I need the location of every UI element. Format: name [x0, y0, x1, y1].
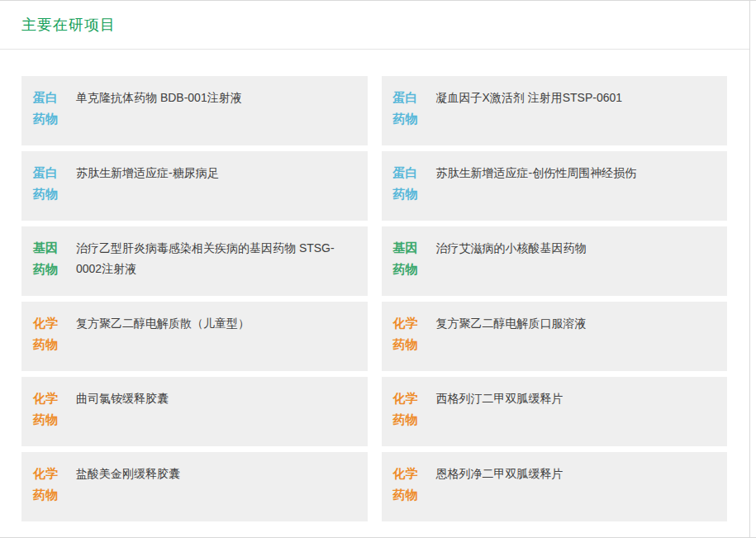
project-category-label: 化学药物	[393, 463, 421, 506]
project-card: 化学药物 西格列汀二甲双胍缓释片	[382, 377, 728, 446]
project-category-label: 蛋白药物	[393, 162, 421, 205]
project-card: 化学药物 复方聚乙二醇电解质散（儿童型）	[21, 302, 368, 371]
project-name: 单克隆抗体药物 BDB-001注射液	[76, 87, 242, 108]
project-name: 西格列汀二甲双胍缓释片	[436, 388, 563, 409]
project-category-label: 基因药物	[33, 237, 61, 280]
project-name: 复方聚乙二醇电解质散（儿童型）	[76, 312, 250, 334]
project-name: 凝血因子X激活剂 注射用STSP-0601	[436, 87, 623, 108]
project-card: 蛋白药物 单克隆抗体药物 BDB-001注射液	[21, 76, 368, 145]
project-name: 恩格列净二甲双胍缓释片	[436, 463, 563, 484]
project-card: 化学药物 盐酸美金刚缓释胶囊	[21, 452, 368, 521]
project-category-label: 蛋白药物	[393, 87, 421, 130]
project-card: 蛋白药物 苏肽生新增适应症-创伤性周围神经损伤	[382, 151, 728, 221]
project-name: 治疗乙型肝炎病毒感染相关疾病的基因药物 STSG-0002注射液	[76, 237, 359, 279]
project-card: 化学药物 曲司氯铵缓释胶囊	[21, 377, 368, 446]
project-card: 化学药物 恩格列净二甲双胍缓释片	[382, 452, 728, 521]
section-header: 主要在研项目	[0, 1, 749, 50]
page-title: 主要在研项目	[21, 15, 116, 35]
project-name: 苏肽生新增适应症-糖尿病足	[76, 162, 219, 183]
project-name: 曲司氯铵缓释胶囊	[76, 388, 169, 409]
projects-grid: 蛋白药物 单克隆抗体药物 BDB-001注射液 蛋白药物 凝血因子X激活剂 注射…	[21, 76, 727, 521]
project-card: 基因药物 治疗艾滋病的小核酸基因药物	[382, 226, 728, 296]
project-category-label: 化学药物	[33, 312, 61, 355]
project-name: 苏肽生新增适应症-创伤性周围神经损伤	[436, 162, 637, 183]
project-category-label: 化学药物	[33, 463, 61, 506]
project-card: 基因药物 治疗乙型肝炎病毒感染相关疾病的基因药物 STSG-0002注射液	[21, 226, 368, 296]
project-card: 蛋白药物 凝血因子X激活剂 注射用STSP-0601	[382, 76, 728, 145]
project-category-label: 化学药物	[393, 312, 421, 355]
page-container: 主要在研项目 蛋白药物 单克隆抗体药物 BDB-001注射液 蛋白药物 凝血因子…	[0, 0, 756, 538]
project-category-label: 基因药物	[393, 237, 421, 280]
content-panel: 主要在研项目 蛋白药物 单克隆抗体药物 BDB-001注射液 蛋白药物 凝血因子…	[0, 1, 750, 538]
project-category-label: 蛋白药物	[33, 162, 61, 205]
project-card: 蛋白药物 苏肽生新增适应症-糖尿病足	[21, 151, 368, 221]
project-category-label: 蛋白药物	[33, 87, 61, 130]
project-category-label: 化学药物	[33, 388, 61, 431]
project-name: 治疗艾滋病的小核酸基因药物	[436, 237, 587, 259]
project-name: 盐酸美金刚缓释胶囊	[76, 463, 180, 484]
project-name: 复方聚乙二醇电解质口服溶液	[436, 312, 587, 334]
project-card: 化学药物 复方聚乙二醇电解质口服溶液	[382, 302, 728, 371]
project-category-label: 化学药物	[393, 388, 421, 431]
